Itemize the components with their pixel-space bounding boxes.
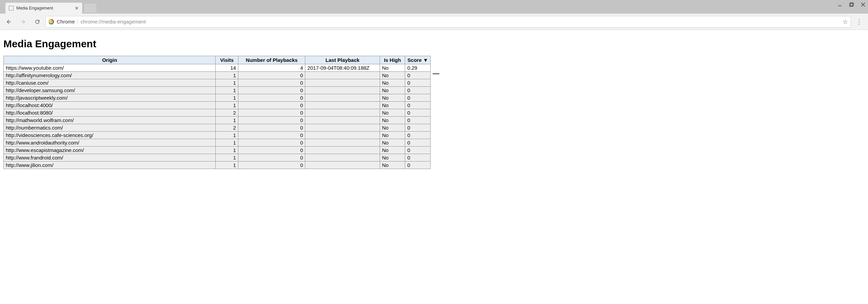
cell-is-high: No — [380, 117, 405, 124]
table-row: http://www.androidauthority.com/10No0 — [4, 139, 431, 147]
cell-is-high: No — [380, 124, 405, 132]
cell-origin: http://www.frandroid.com/ — [4, 154, 216, 162]
cell-is-high: No — [380, 94, 405, 102]
cell-playbacks: 4 — [238, 64, 305, 72]
cell-score: 0 — [405, 139, 431, 147]
cell-origin: http://www.jilion.com/ — [4, 162, 216, 169]
cell-is-high: No — [380, 79, 405, 87]
cell-score: 0 — [405, 79, 431, 87]
window-controls — [837, 1, 866, 7]
cell-last-playback — [305, 132, 380, 139]
page-favicon-icon — [9, 6, 14, 11]
cell-last-playback — [305, 139, 380, 147]
col-visits[interactable]: Visits — [216, 56, 238, 64]
page-title: Media Engagement — [3, 38, 865, 50]
table-header-row: Origin Visits Number of Playbacks Last P… — [4, 56, 431, 64]
maximize-icon[interactable] — [848, 1, 854, 7]
cell-last-playback: 2017-09-04T08:40:09.188Z — [305, 64, 380, 72]
col-last-playback[interactable]: Last Playback — [305, 56, 380, 64]
cell-last-playback — [305, 147, 380, 154]
cell-visits: 1 — [216, 79, 238, 87]
cell-score: 0 — [405, 147, 431, 154]
table-wrap: Origin Visits Number of Playbacks Last P… — [3, 56, 431, 169]
page-content: Media Engagement Origin Visits Number of… — [0, 30, 868, 174]
menu-button[interactable]: ⋮ — [853, 18, 865, 26]
cell-is-high: No — [380, 147, 405, 154]
cell-origin: http://javascriptweekly.com/ — [4, 94, 216, 102]
cell-visits: 1 — [216, 87, 238, 94]
table-row: http://www.jilion.com/10No0 — [4, 162, 431, 169]
cell-last-playback — [305, 162, 380, 169]
cell-score: 0 — [405, 132, 431, 139]
minimize-icon[interactable] — [837, 1, 843, 7]
table-row: http://javascriptweekly.com/10No0 — [4, 94, 431, 102]
cell-visits: 1 — [216, 154, 238, 162]
new-tab-button[interactable] — [84, 4, 96, 13]
cell-last-playback — [305, 79, 380, 87]
cell-origin: https://www.youtube.com/ — [4, 64, 216, 72]
separator — [77, 19, 78, 25]
col-score[interactable]: Score ▼ — [405, 56, 431, 64]
bookmark-star-icon[interactable]: ☆ — [843, 18, 848, 26]
cell-playbacks: 0 — [238, 124, 305, 132]
cell-visits: 14 — [216, 64, 238, 72]
cell-playbacks: 0 — [238, 139, 305, 147]
close-window-icon[interactable] — [860, 1, 866, 7]
cell-last-playback — [305, 154, 380, 162]
cell-last-playback — [305, 94, 380, 102]
cell-score: 0 — [405, 87, 431, 94]
table-row: http://numbermatics.com/20No0 — [4, 124, 431, 132]
cell-score: 0 — [405, 162, 431, 169]
cell-playbacks: 0 — [238, 109, 305, 117]
cell-playbacks: 0 — [238, 162, 305, 169]
chrome-icon — [49, 19, 54, 24]
cell-visits: 1 — [216, 162, 238, 169]
cell-visits: 1 — [216, 117, 238, 124]
cell-visits: 1 — [216, 72, 238, 79]
table-row: http://www.frandroid.com/10No0 — [4, 154, 431, 162]
close-tab-icon[interactable]: ✕ — [75, 5, 79, 11]
cell-score: 0 — [405, 102, 431, 109]
cell-score: 0 — [405, 109, 431, 117]
cell-origin: http://www.androidauthority.com/ — [4, 139, 216, 147]
cell-visits: 1 — [216, 94, 238, 102]
cell-playbacks: 0 — [238, 117, 305, 124]
cell-visits: 1 — [216, 132, 238, 139]
table-row: http://localhost:8080/20No0 — [4, 109, 431, 117]
address-bar[interactable]: Chrome chrome://media-engagement ☆ — [46, 16, 851, 28]
cell-playbacks: 0 — [238, 72, 305, 79]
col-origin[interactable]: Origin — [4, 56, 216, 64]
cell-is-high: No — [380, 162, 405, 169]
cell-origin: http://localhost:8080/ — [4, 109, 216, 117]
browser-tab[interactable]: Media Engagement ✕ — [5, 3, 82, 14]
tab-title: Media Engagement — [16, 6, 72, 11]
cell-origin: http://affinitynumerology.com/ — [4, 72, 216, 79]
cell-score: 0 — [405, 72, 431, 79]
reload-button[interactable] — [31, 16, 43, 28]
cell-visits: 2 — [216, 124, 238, 132]
cell-playbacks: 0 — [238, 154, 305, 162]
back-button[interactable] — [3, 16, 15, 28]
cell-origin: http://developer.samsung.com/ — [4, 87, 216, 94]
cell-is-high: No — [380, 132, 405, 139]
url-text: chrome://media-engagement — [80, 19, 840, 24]
cell-is-high: No — [380, 109, 405, 117]
cell-visits: 1 — [216, 147, 238, 154]
toolbar: Chrome chrome://media-engagement ☆ ⋮ — [0, 14, 868, 30]
cell-last-playback — [305, 87, 380, 94]
table-row: http://mathworld.wolfram.com/10No0 — [4, 117, 431, 124]
cell-visits: 1 — [216, 102, 238, 109]
cell-is-high: No — [380, 154, 405, 162]
titlebar: Media Engagement ✕ — [0, 0, 868, 14]
url-chip: Chrome — [57, 19, 75, 24]
forward-button[interactable] — [17, 16, 29, 28]
table-row: http://localhost:4000/10No0 — [4, 102, 431, 109]
col-playbacks[interactable]: Number of Playbacks — [238, 56, 305, 64]
cell-is-high: No — [380, 102, 405, 109]
cell-playbacks: 0 — [238, 79, 305, 87]
table-row: http://videosciences.cafe-sciences.org/1… — [4, 132, 431, 139]
cell-playbacks: 0 — [238, 102, 305, 109]
col-is-high[interactable]: Is High — [380, 56, 405, 64]
cell-score: 0 — [405, 124, 431, 132]
overflow-dash: — — [433, 69, 439, 77]
